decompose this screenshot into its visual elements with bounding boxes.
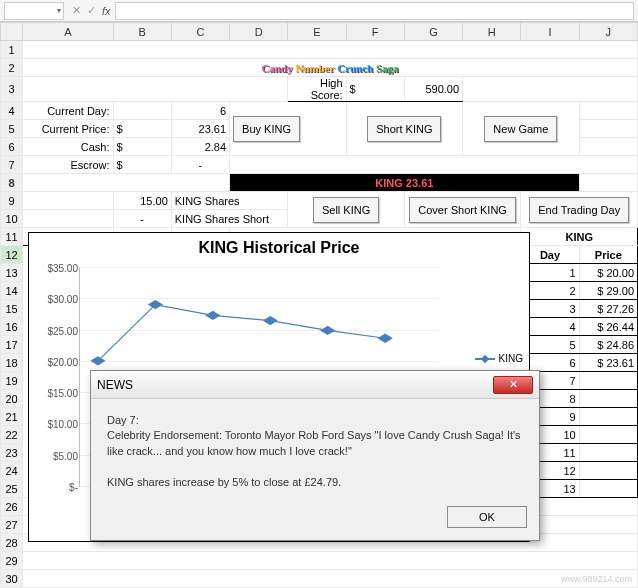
svg-rect-5	[378, 334, 393, 343]
col-header[interactable]: I	[521, 23, 579, 41]
col-header[interactable]: G	[404, 23, 462, 41]
high-score-value: 590.00	[404, 77, 462, 102]
row-header[interactable]: 28	[1, 534, 23, 552]
row-header[interactable]: 3	[1, 77, 23, 102]
dialog-titlebar[interactable]: NEWS ✕	[91, 371, 539, 399]
close-icon[interactable]: ✕	[493, 376, 533, 394]
row-header[interactable]: 7	[1, 156, 23, 174]
shares-short-value: -	[113, 210, 171, 228]
accept-icon[interactable]: ✓	[87, 4, 96, 17]
row-header[interactable]: 12	[1, 246, 23, 264]
cover-short-button[interactable]: Cover Short KING	[409, 197, 516, 223]
dialog-title: NEWS	[97, 378, 133, 392]
svg-rect-2	[205, 311, 220, 320]
svg-rect-3	[263, 316, 278, 325]
row-header[interactable]: 15	[1, 300, 23, 318]
col-header[interactable]: H	[463, 23, 521, 41]
row-header[interactable]: 8	[1, 174, 23, 192]
row-header[interactable]: 30	[1, 570, 23, 588]
row-header[interactable]: 4	[1, 102, 23, 120]
row-header[interactable]: 27	[1, 516, 23, 534]
current-price-value: 23.61	[171, 120, 229, 138]
fx-icon[interactable]: fx	[102, 5, 111, 17]
row-header[interactable]: 1	[1, 41, 23, 59]
row-header[interactable]: 19	[1, 372, 23, 390]
ticker: KING 23.61	[230, 174, 580, 192]
svg-rect-1	[148, 300, 163, 309]
row-header[interactable]: 18	[1, 354, 23, 372]
short-button[interactable]: Short KING	[367, 116, 441, 142]
row-header[interactable]: 25	[1, 480, 23, 498]
row-header[interactable]: 10	[1, 210, 23, 228]
col-header[interactable]: E	[288, 23, 346, 41]
row-header[interactable]: 14	[1, 282, 23, 300]
shares-value: 15.00	[113, 192, 171, 210]
row-header[interactable]: 6	[1, 138, 23, 156]
app-title: Candy Number Crunch Saga	[23, 59, 638, 77]
col-header[interactable]: J	[579, 23, 637, 41]
row-header[interactable]: 22	[1, 426, 23, 444]
chart-title: KING Historical Price	[29, 233, 529, 257]
row-header[interactable]: 9	[1, 192, 23, 210]
chart-legend: KING	[475, 353, 523, 364]
cash-label: Cash:	[23, 138, 113, 156]
col-header[interactable]: A	[23, 23, 113, 41]
watermark: www.989214.com	[561, 574, 632, 584]
col-header[interactable]: C	[171, 23, 229, 41]
cancel-icon[interactable]: ✕	[72, 4, 81, 17]
formula-bar: ✕ ✓ fx	[0, 0, 638, 22]
current-price-label: Current Price:	[23, 120, 113, 138]
svg-rect-0	[90, 356, 105, 365]
king-table-header: KING	[521, 228, 638, 246]
new-game-button[interactable]: New Game	[484, 116, 557, 142]
king-shares-short-label: KING Shares Short	[171, 210, 288, 228]
row-header[interactable]: 23	[1, 444, 23, 462]
row-header[interactable]: 16	[1, 318, 23, 336]
svg-rect-4	[320, 326, 335, 335]
row-header[interactable]: 11	[1, 228, 23, 246]
row-header[interactable]: 5	[1, 120, 23, 138]
dialog-body: Day 7: Celebrity Endorsement: Toronto Ma…	[91, 399, 539, 498]
row-header[interactable]: 26	[1, 498, 23, 516]
row-header[interactable]: 17	[1, 336, 23, 354]
high-score-currency: $	[346, 77, 404, 102]
name-box[interactable]	[4, 2, 64, 20]
king-shares-label: KING Shares	[171, 192, 288, 210]
king-col-price: Price	[579, 246, 637, 264]
end-day-button[interactable]: End Trading Day	[529, 197, 629, 223]
current-day-label: Current Day:	[23, 102, 113, 120]
cash-value: 2.84	[171, 138, 229, 156]
escrow-value: -	[171, 156, 229, 174]
escrow-label: Escrow:	[23, 156, 113, 174]
high-score-label: High Score:	[288, 77, 346, 102]
row-header[interactable]: 20	[1, 390, 23, 408]
formula-input[interactable]	[115, 2, 634, 20]
ok-button[interactable]: OK	[447, 506, 527, 528]
formula-bar-icons: ✕ ✓	[72, 4, 96, 17]
row-header[interactable]: 2	[1, 59, 23, 77]
sell-button[interactable]: Sell KING	[313, 197, 379, 223]
legend-line-icon	[475, 358, 495, 360]
col-header[interactable]: D	[230, 23, 288, 41]
col-header[interactable]: F	[346, 23, 404, 41]
row-header[interactable]: 13	[1, 264, 23, 282]
row-header[interactable]: 21	[1, 408, 23, 426]
col-header[interactable]: B	[113, 23, 171, 41]
news-dialog: NEWS ✕ Day 7: Celebrity Endorsement: Tor…	[90, 370, 540, 541]
king-price: $ 20.00	[579, 264, 637, 282]
select-all-cell[interactable]	[1, 23, 23, 41]
current-day-value: 6	[171, 102, 229, 120]
buy-button[interactable]: Buy KING	[233, 116, 300, 142]
row-header[interactable]: 29	[1, 552, 23, 570]
row-header[interactable]: 24	[1, 462, 23, 480]
